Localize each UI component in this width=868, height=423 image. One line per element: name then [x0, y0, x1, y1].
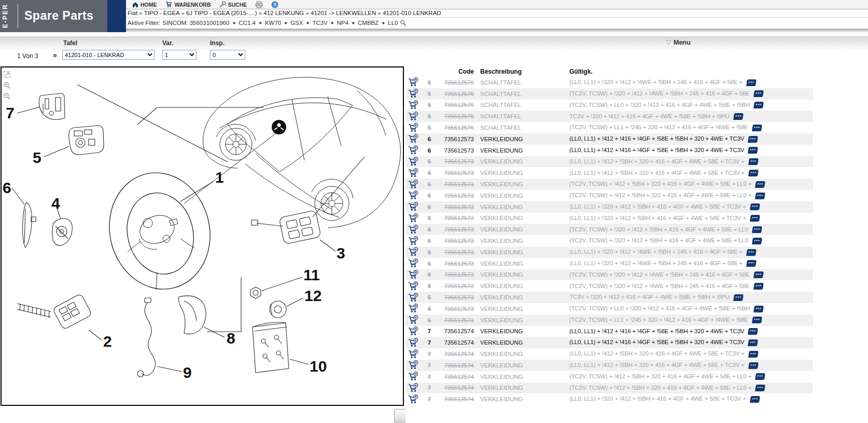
search-menu-button[interactable]: SUCHE	[219, 1, 247, 8]
callout-6[interactable]: 6	[3, 179, 11, 196]
more-info-badge[interactable]: •••	[748, 147, 758, 154]
breadcrumb-link[interactable]: 41201-010 LENKRAD	[383, 10, 441, 16]
add-to-cart-icon[interactable]	[405, 77, 421, 87]
cart-button[interactable]: WARENKORB	[165, 1, 211, 8]
more-info-badge[interactable]: •••	[748, 362, 759, 369]
add-to-cart-icon[interactable]	[405, 281, 421, 291]
col-header-gueltigk: Gültigk.	[569, 68, 813, 75]
more-info-badge[interactable]: •••	[746, 260, 757, 267]
part-code: 735612574	[438, 351, 474, 357]
part-number: 5	[421, 113, 438, 119]
insp-select[interactable]: 0	[210, 50, 245, 60]
more-info-badge[interactable]: •••	[755, 373, 765, 380]
car-illustration	[184, 77, 400, 228]
add-to-cart-icon[interactable]	[405, 236, 421, 246]
filter-magnifier-icon[interactable]	[400, 20, 407, 26]
add-to-cart-icon[interactable]	[405, 326, 421, 336]
more-info-badge[interactable]: •••	[733, 294, 744, 301]
add-to-cart-icon[interactable]	[405, 112, 421, 121]
next-table-arrow[interactable]: »	[53, 51, 57, 59]
more-info-badge[interactable]: •••	[733, 113, 744, 120]
callout-12[interactable]: 12	[304, 287, 321, 304]
callout-10[interactable]: 10	[310, 358, 327, 375]
add-to-cart-icon[interactable]	[405, 247, 421, 257]
callout-9[interactable]: 9	[183, 364, 192, 381]
callout-11[interactable]: 11	[303, 266, 320, 283]
part-description: VERKLEIDUNG	[480, 249, 569, 255]
table-row: 7 735612574 VERKLEIDUNG (LL0, LL1) + !41…	[405, 360, 813, 371]
add-to-cart-icon[interactable]	[405, 134, 421, 144]
add-to-cart-icon[interactable]	[405, 225, 421, 235]
add-to-cart-icon[interactable]	[405, 190, 421, 200]
part-number: 6	[421, 170, 438, 176]
var-select[interactable]: 1	[162, 50, 197, 60]
add-to-cart-icon[interactable]	[405, 89, 421, 99]
add-to-cart-icon[interactable]	[405, 213, 421, 223]
part-description: VERKLEIDUNG	[480, 215, 569, 221]
add-to-cart-icon[interactable]	[405, 349, 421, 359]
add-to-cart-icon[interactable]	[405, 338, 421, 348]
part-5-illustration	[69, 126, 104, 155]
more-info-badge[interactable]: •••	[750, 396, 760, 403]
print-button[interactable]	[255, 1, 263, 8]
more-info-badge[interactable]: •••	[746, 249, 757, 256]
more-info-badge[interactable]: •••	[753, 306, 764, 312]
breadcrumb-link[interactable]: TIPO - EGEA	[144, 10, 179, 16]
breadcrumb-link[interactable]: 41201 -> LENKWELLEN	[311, 10, 376, 16]
add-to-cart-icon[interactable]	[405, 293, 421, 303]
add-to-cart-icon[interactable]	[405, 168, 421, 178]
tafel-select[interactable]: 41201-010 - LENKRAD	[62, 50, 155, 60]
help-button[interactable]: ?	[271, 1, 278, 8]
more-info-badge[interactable]: •••	[753, 102, 764, 108]
add-to-cart-icon[interactable]	[405, 394, 421, 404]
add-to-cart-icon[interactable]	[405, 372, 421, 381]
more-info-badge[interactable]: •••	[748, 170, 759, 176]
callout-8[interactable]: 8	[227, 330, 235, 347]
part-code: 735612574	[438, 396, 474, 402]
callout-1[interactable]: 1	[215, 169, 224, 186]
add-to-cart-icon[interactable]	[405, 258, 421, 268]
callout-7[interactable]: 7	[6, 104, 15, 121]
breadcrumb-link[interactable]: 6J TIPO - EGEA (2015-....)	[186, 10, 257, 16]
more-info-badge[interactable]: •••	[748, 136, 758, 143]
breadcrumb-link[interactable]: 412 LENKUNG	[263, 10, 304, 16]
add-to-cart-icon[interactable]	[405, 180, 421, 189]
add-to-cart-icon[interactable]	[405, 145, 421, 155]
more-info-badge[interactable]: •••	[755, 385, 765, 391]
callout-2[interactable]: 2	[103, 333, 112, 350]
more-info-badge[interactable]: •••	[752, 226, 762, 233]
add-to-cart-icon[interactable]	[405, 270, 421, 280]
callout-3[interactable]: 3	[337, 244, 345, 262]
part-code: 735612574	[438, 374, 474, 380]
more-info-badge[interactable]: •••	[748, 351, 759, 358]
add-to-cart-icon[interactable]	[405, 304, 421, 313]
add-to-cart-icon[interactable]	[405, 315, 421, 325]
add-to-cart-icon[interactable]	[405, 360, 421, 370]
callout-4[interactable]: 4	[51, 195, 60, 212]
more-info-badge[interactable]: •••	[748, 158, 759, 165]
more-info-badge[interactable]: •••	[746, 79, 757, 86]
more-info-badge[interactable]: •••	[755, 181, 765, 188]
add-to-cart-icon[interactable]	[405, 157, 421, 167]
more-info-badge[interactable]: •••	[753, 283, 764, 290]
more-info-badge[interactable]: •••	[753, 271, 764, 278]
add-to-cart-icon[interactable]	[405, 123, 421, 133]
more-info-badge[interactable]: •••	[750, 215, 760, 222]
table-row: 6 735612573 VERKLEIDUNG (TC2V, TCSW) + !…	[405, 190, 813, 201]
more-info-badge[interactable]: •••	[752, 125, 762, 131]
breadcrumb-link[interactable]: Fiat	[128, 10, 137, 16]
more-info-badge[interactable]: •••	[748, 339, 758, 346]
part-description: VERKLEIDUNG	[480, 396, 569, 402]
menu-button[interactable]: Menu	[666, 39, 691, 46]
home-button[interactable]: HOME	[132, 2, 157, 8]
more-info-badge[interactable]: •••	[750, 203, 760, 210]
more-info-badge[interactable]: •••	[753, 90, 764, 97]
add-to-cart-icon[interactable]	[405, 383, 421, 393]
add-to-cart-icon[interactable]	[405, 100, 421, 110]
callout-5[interactable]: 5	[33, 149, 41, 166]
more-info-badge[interactable]: •••	[748, 328, 758, 335]
more-info-badge[interactable]: •••	[752, 238, 762, 244]
add-to-cart-icon[interactable]	[405, 202, 421, 212]
more-info-badge[interactable]: •••	[752, 317, 762, 323]
more-info-badge[interactable]: •••	[755, 193, 765, 199]
